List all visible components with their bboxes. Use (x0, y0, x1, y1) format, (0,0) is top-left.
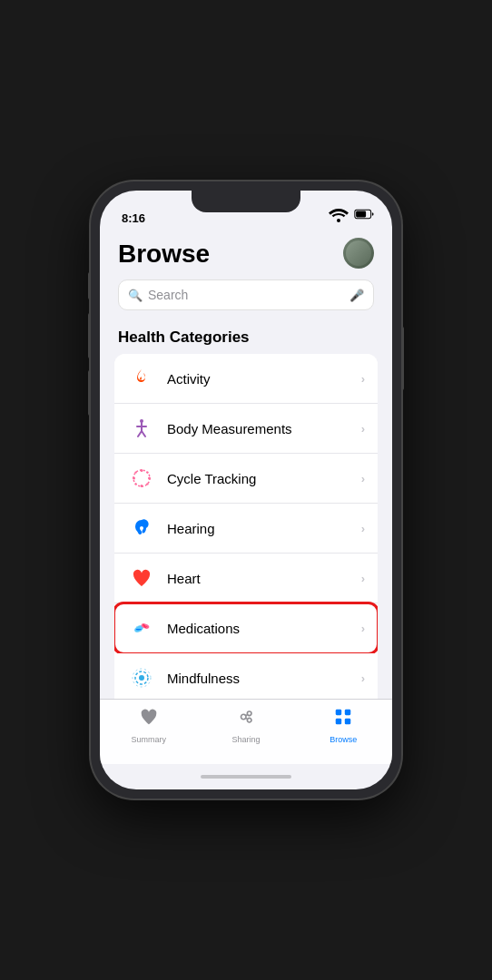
medications-label: Medications (167, 621, 361, 636)
cycle-icon-container (127, 464, 156, 493)
svg-rect-36 (345, 710, 350, 715)
heart-icon (131, 567, 153, 589)
main-scroll[interactable]: Browse 🔍 Search 🎤 Health Categories (100, 230, 392, 699)
body-chevron: › (361, 422, 365, 436)
status-time: 8:16 (118, 211, 145, 225)
svg-point-15 (134, 483, 136, 485)
sharing-icon (236, 707, 256, 732)
svg-point-13 (146, 471, 148, 473)
browse-tab-label: Browse (330, 735, 357, 744)
activity-chevron: › (361, 372, 365, 386)
svg-rect-2 (356, 211, 366, 218)
svg-point-10 (148, 477, 151, 480)
flame-icon (131, 368, 153, 389)
home-bar (201, 775, 291, 779)
list-item-heart[interactable]: Heart › (114, 554, 378, 603)
svg-rect-35 (336, 710, 341, 715)
section-header: Health Categories (100, 325, 392, 354)
profile-avatar[interactable] (343, 238, 374, 269)
sharing-tab-label: Sharing (231, 735, 260, 744)
ear-icon (131, 517, 153, 539)
microphone-icon[interactable]: 🎤 (349, 289, 364, 302)
volume-up-button (88, 313, 91, 358)
home-indicator (100, 764, 392, 789)
search-icon: 🔍 (128, 289, 143, 302)
svg-point-9 (141, 469, 143, 472)
power-button (401, 327, 404, 390)
activity-icon-container (127, 364, 156, 393)
heart-label: Heart (167, 571, 361, 586)
hearing-chevron: › (361, 522, 365, 535)
tab-summary[interactable]: Summary (100, 707, 197, 744)
cycle-icon (131, 467, 153, 489)
svg-point-12 (133, 477, 135, 480)
svg-rect-37 (336, 719, 341, 724)
heart-icon-container (127, 564, 156, 593)
battery-icon (354, 209, 374, 220)
avatar-image (346, 240, 371, 266)
list-item-medications[interactable]: Medications › (114, 603, 378, 653)
medications-icon-container (127, 613, 156, 642)
search-container: 🔍 Search 🎤 (100, 279, 392, 325)
status-icons (328, 203, 374, 225)
list-item-cycle-tracking[interactable]: Cycle Tracking › (114, 454, 378, 504)
activity-label: Activity (167, 371, 361, 387)
list-item-mindfulness[interactable]: Mindfulness › (114, 653, 378, 699)
svg-point-14 (146, 483, 148, 485)
phone-screen: 8:16 Browse (100, 191, 392, 789)
mindfulness-chevron: › (361, 671, 365, 685)
page-header: Browse (100, 230, 392, 279)
summary-icon (139, 707, 159, 732)
svg-point-16 (134, 471, 136, 473)
mindfulness-label: Mindfulness (167, 671, 361, 686)
mindfulness-icon-container (127, 663, 156, 692)
body-measurements-label: Body Measurements (167, 421, 361, 436)
categories-list: Activity › Body Measurements (114, 354, 378, 699)
svg-point-20 (139, 675, 144, 681)
list-item-body-measurements[interactable]: Body Measurements › (114, 404, 378, 454)
cycle-tracking-label: Cycle Tracking (167, 471, 361, 486)
wifi-icon (328, 203, 349, 225)
mindfulness-icon (131, 667, 153, 689)
list-item-hearing[interactable]: Hearing › (114, 504, 378, 554)
volume-silent-button (88, 272, 91, 299)
hearing-label: Hearing (167, 521, 361, 536)
svg-point-11 (141, 485, 143, 487)
list-item-activity[interactable]: Activity › (114, 354, 378, 404)
body-icon-container (127, 414, 156, 443)
notch (192, 191, 300, 212)
heart-chevron: › (361, 572, 365, 585)
svg-point-0 (337, 219, 340, 222)
search-bar[interactable]: 🔍 Search 🎤 (118, 279, 374, 310)
medications-chevron: › (361, 622, 365, 635)
phone-frame: 8:16 Browse (91, 181, 401, 799)
pills-icon (131, 617, 153, 639)
summary-tab-label: Summary (131, 735, 166, 744)
page-title: Browse (118, 240, 210, 269)
svg-line-7 (142, 431, 145, 436)
hearing-icon-container (127, 514, 156, 543)
search-placeholder: Search (148, 288, 344, 302)
svg-rect-38 (345, 719, 350, 724)
volume-down-button (88, 370, 91, 416)
cycle-chevron: › (361, 472, 365, 485)
tab-bar: Summary Sharing (100, 699, 392, 764)
browse-icon (333, 707, 353, 732)
tab-sharing[interactable]: Sharing (197, 707, 294, 744)
tab-browse[interactable]: Browse (295, 707, 392, 744)
svg-point-30 (241, 714, 246, 720)
body-icon (131, 417, 153, 439)
